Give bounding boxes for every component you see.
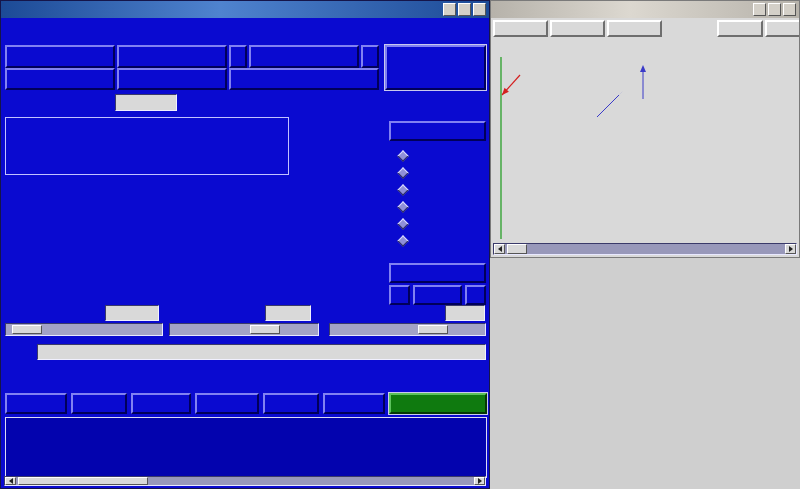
- spindle-override-value: [445, 305, 485, 321]
- dro-axis-y[interactable]: [5, 183, 289, 231]
- scrollbar-thumb[interactable]: [18, 477, 148, 485]
- optional-stop-button[interactable]: [389, 393, 487, 414]
- backplot-window: [490, 0, 800, 258]
- radio-world[interactable]: [399, 234, 415, 248]
- run-button[interactable]: [71, 393, 127, 414]
- tkemc-titlebar[interactable]: [1, 1, 489, 18]
- z-axis-arrowhead-icon: [640, 65, 646, 72]
- radio-commanded[interactable]: [399, 200, 415, 214]
- brake-toggle-button[interactable]: [229, 68, 379, 90]
- jog-plus-button[interactable]: [465, 285, 486, 305]
- backplot-titlebar[interactable]: [491, 1, 799, 18]
- view-yz-button[interactable]: [607, 20, 662, 37]
- minimize-icon[interactable]: [753, 3, 766, 16]
- radio-diamond-icon: [397, 218, 408, 229]
- scroll-right-icon[interactable]: [474, 477, 485, 485]
- mdi-input[interactable]: [37, 344, 486, 360]
- view-3d-button-active[interactable]: [664, 20, 712, 37]
- tkemc-window-controls: [443, 3, 489, 16]
- dro-axis-x[interactable]: [5, 117, 289, 175]
- backplot-window-controls: [753, 3, 799, 16]
- radio-diamond-icon: [397, 150, 408, 161]
- verify-button[interactable]: [323, 393, 385, 414]
- triangle-right-icon: [789, 246, 793, 252]
- home-button[interactable]: [413, 285, 462, 305]
- open-button[interactable]: [5, 393, 67, 414]
- scroll-right-icon[interactable]: [785, 244, 796, 254]
- radio-diamond-icon: [397, 201, 408, 212]
- tkemc-window: [0, 0, 490, 489]
- spindle-decrease-button[interactable]: [229, 45, 247, 68]
- scroll-left-icon[interactable]: [5, 477, 16, 485]
- desktop: [0, 0, 800, 489]
- radio-joint[interactable]: [399, 217, 415, 231]
- spindle-increase-button[interactable]: [361, 45, 379, 68]
- step-button[interactable]: [263, 393, 319, 414]
- machine-on-button[interactable]: [5, 45, 115, 68]
- jog-minus-button[interactable]: [389, 285, 410, 305]
- view-xz-button[interactable]: [550, 20, 605, 37]
- backplot-horizontal-scrollbar[interactable]: [493, 243, 797, 255]
- scroll-left-icon[interactable]: [494, 244, 505, 254]
- view-xy-button[interactable]: [493, 20, 548, 37]
- y-axis-arrow: [597, 95, 619, 117]
- radio-relative[interactable]: [399, 149, 415, 163]
- radio-actual[interactable]: [399, 183, 415, 197]
- maximize-icon[interactable]: [768, 3, 781, 16]
- feed-override-value: [265, 305, 311, 321]
- backplot-canvas[interactable]: [493, 39, 799, 243]
- slider-handle[interactable]: [418, 325, 448, 334]
- spindle-override-slider[interactable]: [329, 323, 486, 336]
- spindle-toggle-button[interactable]: [249, 45, 359, 68]
- reset-button[interactable]: [765, 20, 800, 37]
- radio-diamond-icon: [397, 167, 408, 178]
- radio-diamond-icon: [397, 235, 408, 246]
- axis-speed-slider[interactable]: [5, 323, 163, 336]
- slider-handle[interactable]: [12, 325, 42, 334]
- close-icon[interactable]: [473, 3, 486, 16]
- override-limits-button[interactable]: [389, 121, 486, 141]
- gcode-horizontal-scrollbar[interactable]: [4, 476, 486, 486]
- flood-toggle-button[interactable]: [117, 68, 227, 90]
- maximize-icon[interactable]: [458, 3, 471, 16]
- triangle-left-icon: [9, 478, 13, 484]
- backplot-wireframe: [493, 39, 799, 243]
- dro-axis-z[interactable]: [5, 241, 289, 289]
- setup-button[interactable]: [717, 20, 763, 37]
- feed-override-slider[interactable]: [169, 323, 319, 336]
- radio-machine[interactable]: [399, 166, 415, 180]
- pause-button[interactable]: [131, 393, 191, 414]
- resume-button[interactable]: [195, 393, 259, 414]
- radio-diamond-icon: [397, 184, 408, 195]
- mist-toggle-button[interactable]: [117, 45, 227, 68]
- scrollbar-thumb[interactable]: [507, 244, 527, 254]
- axis-speed-value: [105, 305, 159, 321]
- menubar: [1, 18, 489, 39]
- tool-offset-field[interactable]: [115, 94, 177, 111]
- jog-mode-button[interactable]: [389, 263, 486, 283]
- abort-button[interactable]: [385, 45, 486, 90]
- triangle-left-icon: [498, 246, 502, 252]
- triangle-right-icon: [478, 478, 482, 484]
- minimize-icon[interactable]: [443, 3, 456, 16]
- mode-auto-button[interactable]: [5, 68, 115, 90]
- slider-handle[interactable]: [250, 325, 280, 334]
- close-icon[interactable]: [783, 3, 796, 16]
- gcode-listing[interactable]: [5, 417, 487, 478]
